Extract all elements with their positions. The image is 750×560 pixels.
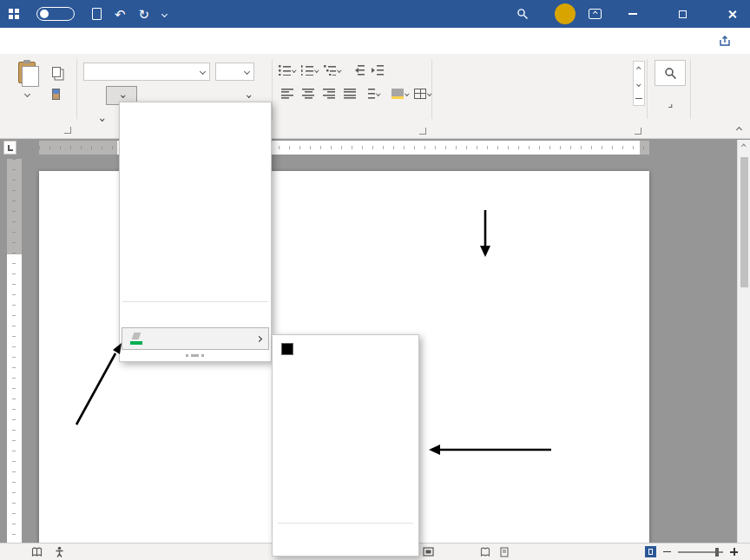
- scroll-down-icon[interactable]: [637, 82, 641, 87]
- customize-qat-icon[interactable]: [161, 10, 168, 16]
- align-center-button[interactable]: [298, 85, 319, 102]
- bullets-icon: [279, 65, 291, 76]
- bullets-button[interactable]: [277, 62, 298, 79]
- clipboard-dialog-launcher[interactable]: [64, 127, 71, 134]
- paste-clipboard-icon: [18, 62, 36, 83]
- underline-color-icon: [129, 333, 143, 345]
- automatic-color-item[interactable]: [274, 339, 417, 359]
- magnifier-icon: [664, 67, 677, 80]
- shading-icon: [391, 89, 404, 99]
- align-right-icon: [323, 89, 335, 99]
- font-name-combo[interactable]: [83, 63, 210, 81]
- increase-indent-icon: [372, 65, 384, 76]
- focus-icon: [423, 547, 434, 557]
- autosave-toggle[interactable]: [36, 7, 75, 21]
- read-mode-icon[interactable]: [480, 547, 490, 557]
- underline-none-item[interactable]: [120, 280, 271, 300]
- copy-icon[interactable]: [52, 67, 61, 77]
- zoom-out-button[interactable]: [663, 551, 671, 553]
- align-center-icon: [302, 89, 314, 99]
- ribbon: [0, 54, 750, 139]
- web-layout-icon[interactable]: [645, 546, 656, 557]
- app-grid-icon[interactable]: [9, 9, 19, 19]
- bold-button[interactable]: [85, 86, 102, 105]
- quick-access-toolbar: ↶ ↻: [92, 8, 167, 21]
- align-right-button[interactable]: [319, 85, 339, 102]
- zoom-in-button[interactable]: [730, 548, 738, 556]
- align-left-button[interactable]: [277, 85, 298, 102]
- group-separator: [76, 59, 77, 119]
- submenu-arrow-icon: [256, 335, 262, 341]
- search-icon[interactable]: [516, 8, 529, 20]
- collapse-ribbon-icon[interactable]: [736, 127, 742, 133]
- font-size-combo[interactable]: [215, 63, 254, 81]
- editing-chevron-icon: [668, 104, 672, 108]
- zoom-slider[interactable]: [678, 551, 723, 553]
- undo-icon[interactable]: ↶: [115, 8, 126, 21]
- focus-button[interactable]: [423, 544, 438, 560]
- more-underlines-item[interactable]: [120, 305, 271, 324]
- paste-button[interactable]: [9, 60, 45, 117]
- maximize-button[interactable]: [664, 0, 701, 28]
- print-layout-icon[interactable]: [499, 547, 510, 557]
- underline-color-item[interactable]: [122, 327, 269, 350]
- increase-indent-button[interactable]: [367, 62, 388, 79]
- maximize-icon: [679, 10, 687, 18]
- ribbon-display-options-icon[interactable]: [589, 9, 602, 19]
- share-button[interactable]: [719, 36, 736, 47]
- minimize-button[interactable]: [615, 0, 651, 28]
- menu-resize-handle[interactable]: [194, 354, 196, 357]
- numbering-icon: [301, 65, 313, 76]
- title-bar: ↶ ↻: [0, 0, 750, 28]
- justify-icon: [344, 89, 356, 99]
- decrease-indent-button[interactable]: [348, 62, 369, 79]
- close-button[interactable]: [714, 0, 750, 28]
- scrollbar-up-icon[interactable]: [742, 144, 747, 148]
- vertical-scrollbar[interactable]: [737, 140, 750, 543]
- more-colors-item[interactable]: [273, 528, 418, 549]
- tab-selector[interactable]: [3, 141, 16, 155]
- line-spacing-button[interactable]: [360, 85, 386, 102]
- format-painter-icon[interactable]: [52, 89, 60, 100]
- minimize-icon: [628, 13, 637, 15]
- align-left-icon: [281, 89, 293, 99]
- close-icon: [727, 10, 737, 19]
- proofing-book-icon[interactable]: [31, 547, 43, 557]
- vertical-ruler[interactable]: [7, 159, 22, 543]
- justify-button[interactable]: [339, 85, 360, 102]
- style-gallery-scroll[interactable]: [633, 61, 645, 106]
- numbering-button[interactable]: [299, 62, 320, 79]
- paragraph-dialog-launcher[interactable]: [419, 128, 426, 135]
- accessibility-person-icon[interactable]: [55, 546, 64, 557]
- group-separator: [272, 59, 273, 119]
- menu-separator: [122, 301, 268, 302]
- save-icon[interactable]: [92, 8, 102, 20]
- scroll-up-icon[interactable]: [637, 67, 641, 71]
- paragraph-group: [275, 54, 431, 139]
- decrease-indent-icon: [352, 65, 365, 76]
- gallery-more-icon[interactable]: [635, 98, 642, 99]
- redo-icon[interactable]: ↻: [139, 8, 150, 21]
- toggle-knob-icon: [40, 10, 49, 18]
- underline-dropdown-menu: [119, 102, 272, 362]
- font-color-button[interactable]: [85, 109, 116, 128]
- multilevel-list-icon: [324, 65, 336, 76]
- line-spacing-icon: [368, 89, 375, 99]
- group-separator: [647, 59, 648, 119]
- styles-dialog-launcher[interactable]: [635, 128, 641, 135]
- multilevel-list-button[interactable]: [322, 62, 343, 79]
- zoom-slider-thumb[interactable]: [715, 548, 719, 557]
- editing-group: [650, 54, 690, 139]
- shading-button[interactable]: [390, 85, 411, 102]
- avatar[interactable]: [555, 3, 576, 24]
- show-hide-marks-button[interactable]: [412, 62, 433, 79]
- find-button[interactable]: [655, 60, 686, 86]
- group-separator: [690, 59, 691, 119]
- automatic-color-swatch: [281, 343, 293, 355]
- menu-separator: [278, 523, 413, 524]
- borders-icon: [414, 89, 426, 99]
- scrollbar-thumb[interactable]: [740, 157, 748, 287]
- borders-button[interactable]: [412, 85, 433, 102]
- sort-button[interactable]: [388, 62, 411, 79]
- underline-color-submenu: [272, 334, 419, 557]
